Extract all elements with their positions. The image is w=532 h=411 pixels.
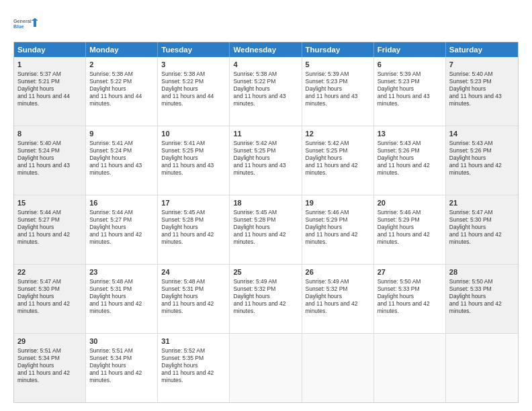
day-number: 21: [449, 198, 515, 208]
week-row-2: 8 Sunrise: 5:40 AM Sunset: 5:24 PM Dayli…: [14, 126, 518, 195]
daylight-duration: and 11 hours and 42 minutes.: [449, 300, 515, 315]
day-cell-28: 28 Sunrise: 5:50 AM Sunset: 5:33 PM Dayl…: [446, 265, 518, 333]
daylight-duration: and 11 hours and 44 minutes.: [17, 93, 82, 107]
daylight-text: Daylight hours: [161, 224, 226, 231]
sunset-text: Sunset: 5:27 PM: [17, 216, 82, 224]
daylight-text: Daylight hours: [89, 85, 154, 93]
calendar-header: SundayMondayTuesdayWednesdayThursdayFrid…: [14, 42, 518, 57]
day-cell-26: 26 Sunrise: 5:49 AM Sunset: 5:32 PM Dayl…: [302, 265, 374, 333]
sunrise-text: Sunrise: 5:43 AM: [378, 140, 442, 147]
sunrise-text: Sunrise: 5:41 AM: [89, 140, 154, 147]
day-number: 31: [161, 336, 226, 347]
sunrise-text: Sunrise: 5:47 AM: [17, 278, 82, 285]
sunrise-text: Sunrise: 5:38 AM: [161, 71, 226, 78]
daylight-duration: and 11 hours and 43 minutes.: [161, 162, 226, 177]
empty-cell: [230, 334, 302, 402]
daylight-duration: and 11 hours and 42 minutes.: [306, 162, 370, 177]
sunset-text: Sunset: 5:22 PM: [233, 78, 298, 85]
daylight-duration: and 11 hours and 43 minutes.: [378, 93, 442, 107]
daylight-duration: and 11 hours and 42 minutes.: [161, 300, 226, 315]
daylight-text: Daylight hours: [306, 224, 370, 231]
sunset-text: Sunset: 5:28 PM: [233, 216, 298, 224]
header-cell-thursday: Thursday: [302, 42, 374, 57]
sunset-text: Sunset: 5:25 PM: [233, 147, 298, 154]
day-number: 1: [17, 60, 82, 70]
day-number: 8: [17, 129, 82, 139]
sunset-text: Sunset: 5:25 PM: [161, 147, 226, 154]
day-cell-22: 22 Sunrise: 5:47 AM Sunset: 5:30 PM Dayl…: [14, 265, 86, 333]
day-cell-12: 12 Sunrise: 5:42 AM Sunset: 5:25 PM Dayl…: [302, 126, 374, 195]
logo: General Blue: [13, 12, 38, 36]
day-number: 23: [89, 267, 154, 277]
day-number: 13: [378, 129, 442, 139]
sunrise-text: Sunrise: 5:48 AM: [89, 278, 154, 285]
day-number: 24: [161, 267, 226, 277]
sunrise-text: Sunrise: 5:38 AM: [89, 71, 154, 78]
day-number: 30: [89, 336, 154, 347]
daylight-duration: and 11 hours and 42 minutes.: [161, 369, 226, 384]
day-cell-29: 29 Sunrise: 5:51 AM Sunset: 5:34 PM Dayl…: [14, 334, 86, 402]
daylight-text: Daylight hours: [89, 293, 154, 300]
daylight-text: Daylight hours: [449, 293, 515, 300]
daylight-text: Daylight hours: [378, 154, 442, 162]
sunset-text: Sunset: 5:23 PM: [449, 78, 515, 85]
day-cell-7: 7 Sunrise: 5:40 AM Sunset: 5:23 PM Dayli…: [446, 57, 518, 126]
week-row-4: 22 Sunrise: 5:47 AM Sunset: 5:30 PM Dayl…: [14, 265, 518, 334]
daylight-duration: and 11 hours and 42 minutes.: [89, 231, 154, 246]
header-cell-friday: Friday: [374, 42, 446, 57]
day-number: 14: [449, 129, 515, 139]
sunrise-text: Sunrise: 5:51 AM: [89, 347, 154, 355]
day-cell-3: 3 Sunrise: 5:38 AM Sunset: 5:22 PM Dayli…: [158, 57, 230, 126]
empty-cell: [446, 334, 518, 402]
day-number: 12: [306, 129, 370, 139]
daylight-duration: and 11 hours and 43 minutes.: [233, 162, 298, 177]
day-number: 22: [17, 267, 82, 277]
daylight-text: Daylight hours: [306, 85, 370, 93]
sunrise-text: Sunrise: 5:50 AM: [378, 278, 442, 285]
day-cell-8: 8 Sunrise: 5:40 AM Sunset: 5:24 PM Dayli…: [14, 126, 86, 195]
sunset-text: Sunset: 5:33 PM: [449, 285, 515, 293]
empty-cell: [374, 334, 446, 402]
daylight-text: Daylight hours: [306, 154, 370, 162]
sunset-text: Sunset: 5:25 PM: [306, 147, 370, 154]
daylight-duration: and 11 hours and 43 minutes.: [89, 162, 154, 177]
day-cell-20: 20 Sunrise: 5:46 AM Sunset: 5:29 PM Dayl…: [374, 195, 446, 264]
sunrise-text: Sunrise: 5:49 AM: [306, 278, 370, 285]
sunrise-text: Sunrise: 5:38 AM: [233, 71, 298, 78]
sunrise-text: Sunrise: 5:48 AM: [161, 278, 226, 285]
day-number: 29: [17, 336, 82, 347]
daylight-text: Daylight hours: [17, 224, 82, 231]
sunset-text: Sunset: 5:30 PM: [17, 285, 82, 293]
page: General Blue SundayMondayTuesdayWednesda…: [0, 0, 532, 411]
daylight-duration: and 11 hours and 43 minutes.: [233, 93, 298, 107]
day-cell-5: 5 Sunrise: 5:39 AM Sunset: 5:23 PM Dayli…: [302, 57, 374, 126]
day-cell-23: 23 Sunrise: 5:48 AM Sunset: 5:31 PM Dayl…: [86, 265, 158, 333]
daylight-duration: and 11 hours and 42 minutes.: [17, 300, 82, 315]
daylight-duration: and 11 hours and 42 minutes.: [17, 231, 82, 246]
sunrise-text: Sunrise: 5:40 AM: [449, 71, 515, 78]
sunrise-text: Sunrise: 5:41 AM: [161, 140, 226, 147]
daylight-text: Daylight hours: [306, 293, 370, 300]
sunrise-text: Sunrise: 5:42 AM: [306, 140, 370, 147]
sunset-text: Sunset: 5:26 PM: [449, 147, 515, 154]
daylight-duration: and 11 hours and 42 minutes.: [449, 162, 515, 177]
day-number: 19: [306, 198, 370, 208]
header-cell-monday: Monday: [86, 42, 158, 57]
day-cell-4: 4 Sunrise: 5:38 AM Sunset: 5:22 PM Dayli…: [230, 57, 302, 126]
day-number: 4: [233, 60, 298, 70]
daylight-text: Daylight hours: [89, 154, 154, 162]
sunrise-text: Sunrise: 5:44 AM: [89, 209, 154, 216]
day-cell-30: 30 Sunrise: 5:51 AM Sunset: 5:34 PM Dayl…: [86, 334, 158, 402]
daylight-duration: and 11 hours and 42 minutes.: [17, 369, 82, 384]
sunset-text: Sunset: 5:35 PM: [161, 355, 226, 362]
daylight-text: Daylight hours: [449, 154, 515, 162]
day-cell-18: 18 Sunrise: 5:45 AM Sunset: 5:28 PM Dayl…: [230, 195, 302, 264]
sunset-text: Sunset: 5:34 PM: [89, 355, 154, 362]
sunrise-text: Sunrise: 5:49 AM: [233, 278, 298, 285]
daylight-text: Daylight hours: [378, 224, 442, 231]
day-number: 18: [233, 198, 298, 208]
sunrise-text: Sunrise: 5:44 AM: [17, 209, 82, 216]
sunset-text: Sunset: 5:24 PM: [89, 147, 154, 154]
day-number: 9: [89, 129, 154, 139]
daylight-duration: and 11 hours and 42 minutes.: [378, 231, 442, 246]
